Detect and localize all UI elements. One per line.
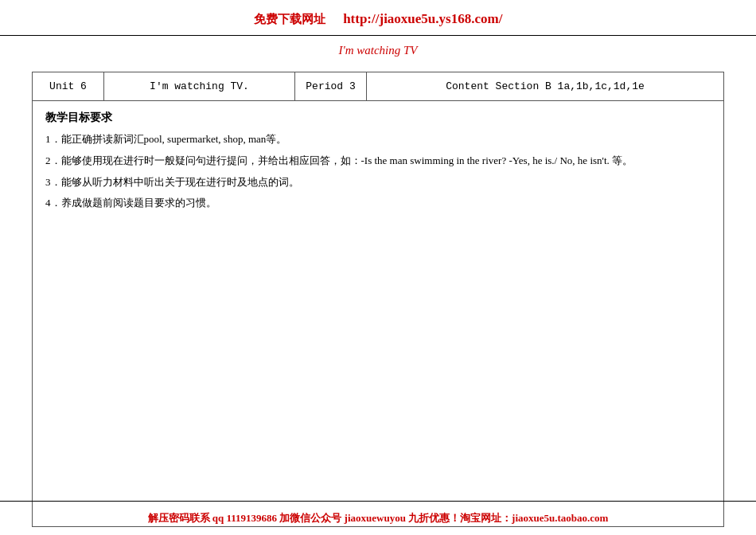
table-row: Unit 6 I'm watching TV. Period 3 Content…	[33, 72, 724, 101]
period-cell: Period 3	[295, 72, 367, 101]
main-content: Unit 6 I'm watching TV. Period 3 Content…	[0, 64, 756, 535]
title-cell: I'm watching TV.	[104, 72, 295, 101]
header-label: 免费下载网址	[254, 13, 325, 25]
header-url: http://jiaoxue5u.ys168.com/	[343, 11, 502, 26]
objectives-list-item: 4．养成做题前阅读题目要求的习惯。	[45, 195, 711, 212]
objectives-list-item: 1．能正确拼读新词汇pool, supermarket, shop, man等。	[45, 131, 711, 148]
subtitle-text: I'm watching TV	[338, 44, 417, 57]
footer-text: 解压密码联系 qq 1119139686 加微信公众号 jiaoxuewuyou…	[148, 512, 609, 524]
objectives-list-item: 3．能够从听力材料中听出关于现在进行时及地点的词。	[45, 174, 711, 191]
objectives-list: 1．能正确拼读新词汇pool, supermarket, shop, man等。…	[45, 131, 711, 212]
objectives-box: 教学目标要求 1．能正确拼读新词汇pool, supermarket, shop…	[32, 101, 724, 527]
objectives-title: 教学目标要求	[45, 111, 711, 125]
objectives-list-item: 2．能够使用现在进行时一般疑问句进行提问，并给出相应回答，如：-Is the m…	[45, 153, 711, 170]
subtitle-row: I'm watching TV	[0, 36, 756, 64]
top-header: 免费下载网址 http://jiaoxue5u.ys168.com/	[0, 0, 756, 36]
lesson-table: Unit 6 I'm watching TV. Period 3 Content…	[32, 72, 724, 101]
unit-cell: Unit 6	[33, 72, 104, 101]
header-text: 免费下载网址 http://jiaoxue5u.ys168.com/	[254, 13, 503, 25]
footer: 解压密码联系 qq 1119139686 加微信公众号 jiaoxuewuyou…	[0, 501, 756, 535]
page-container: 免费下载网址 http://jiaoxue5u.ys168.com/ I'm w…	[0, 0, 756, 535]
content-cell: Content Section B 1a,1b,1c,1d,1e	[367, 72, 724, 101]
